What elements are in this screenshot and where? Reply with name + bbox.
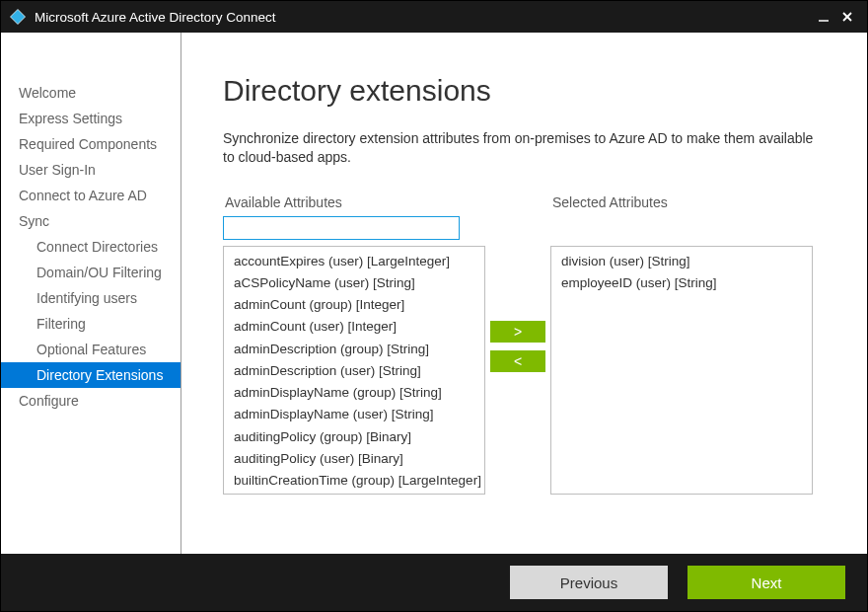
app-window: Microsoft Azure Active Directory Connect… <box>0 0 868 612</box>
window-title: Microsoft Azure Active Directory Connect <box>35 10 812 25</box>
azure-logo-icon <box>9 8 27 26</box>
nav-item-welcome[interactable]: Welcome <box>1 80 181 106</box>
selected-label: Selected Attributes <box>550 194 813 210</box>
available-row[interactable]: adminDisplayName (user) [String] <box>224 404 484 425</box>
previous-button[interactable]: Previous <box>510 566 668 599</box>
nav-item-directory-extensions[interactable]: Directory Extensions <box>1 362 181 388</box>
available-row[interactable]: builtinCreationTime (group) [LargeIntege… <box>224 470 484 492</box>
available-row[interactable]: auditingPolicy (user) [Binary] <box>224 448 484 470</box>
body: WelcomeExpress SettingsRequired Componen… <box>1 33 867 554</box>
footer: Previous Next <box>1 554 867 611</box>
page-description: Synchronize directory extension attribut… <box>223 129 826 167</box>
nav-item-filtering[interactable]: Filtering <box>1 311 181 337</box>
nav-item-sync[interactable]: Sync <box>1 208 181 234</box>
nav-item-required-components[interactable]: Required Components <box>1 131 181 157</box>
available-row[interactable]: builtinCreationTime (user) [LargeInteger… <box>224 492 484 495</box>
attribute-columns: Available Attributes accountExpires (use… <box>223 194 826 495</box>
remove-button[interactable]: < <box>490 350 545 372</box>
nav-item-connect-to-azure-ad[interactable]: Connect to Azure AD <box>1 183 181 208</box>
nav-item-optional-features[interactable]: Optional Features <box>1 337 181 362</box>
selected-listbox[interactable]: division (user) [String]employeeID (user… <box>550 246 813 495</box>
available-row[interactable]: adminDescription (user) [String] <box>224 360 484 382</box>
nav-item-express-settings[interactable]: Express Settings <box>1 106 181 131</box>
move-buttons: > < <box>485 194 550 372</box>
close-button[interactable] <box>835 5 859 29</box>
available-label: Available Attributes <box>223 194 485 210</box>
selected-row[interactable]: employeeID (user) [String] <box>551 272 812 294</box>
selected-row[interactable]: division (user) [String] <box>551 251 812 272</box>
available-row[interactable]: adminCount (user) [Integer] <box>224 316 484 338</box>
page-heading: Directory extensions <box>223 74 826 108</box>
available-row[interactable]: accountExpires (user) [LargeInteger] <box>224 251 484 272</box>
available-search-input[interactable] <box>223 216 460 240</box>
available-row[interactable]: adminDisplayName (group) [String] <box>224 382 484 404</box>
nav-item-identifying-users[interactable]: Identifying users <box>1 285 181 311</box>
available-row[interactable]: adminDescription (group) [String] <box>224 339 484 360</box>
available-listbox[interactable]: accountExpires (user) [LargeInteger]aCSP… <box>223 246 485 495</box>
available-row[interactable]: adminCount (group) [Integer] <box>224 294 484 316</box>
available-row[interactable]: aCSPolicyName (user) [String] <box>224 272 484 294</box>
nav-item-connect-directories[interactable]: Connect Directories <box>1 234 181 260</box>
nav-item-user-sign-in[interactable]: User Sign-In <box>1 157 181 183</box>
minimize-button[interactable] <box>812 5 835 29</box>
selected-column: Selected Attributes division (user) [Str… <box>550 194 813 495</box>
svg-marker-0 <box>11 10 26 25</box>
sidebar: WelcomeExpress SettingsRequired Componen… <box>1 33 181 554</box>
nav-item-configure[interactable]: Configure <box>1 388 181 414</box>
available-row[interactable]: auditingPolicy (group) [Binary] <box>224 426 484 448</box>
main-panel: Directory extensions Synchronize directo… <box>181 33 867 554</box>
nav-item-domain-ou-filtering[interactable]: Domain/OU Filtering <box>1 260 181 285</box>
spacer <box>550 216 813 246</box>
next-button[interactable]: Next <box>687 566 845 599</box>
available-column: Available Attributes accountExpires (use… <box>223 194 485 495</box>
add-button[interactable]: > <box>490 321 545 343</box>
titlebar: Microsoft Azure Active Directory Connect <box>1 1 867 33</box>
